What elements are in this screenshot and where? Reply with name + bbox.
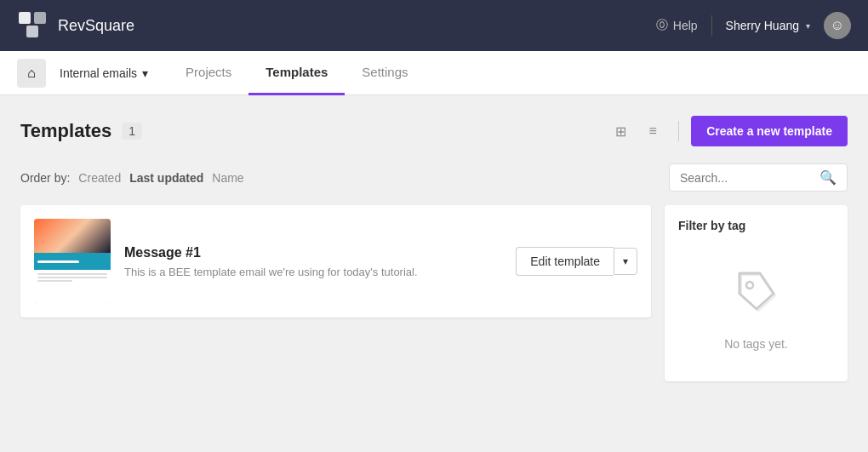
content-area: Message #1 This is a BEE template email … [20, 205, 848, 381]
no-tags-label: No tags yet. [724, 337, 788, 351]
search-icon: 🔍 [819, 169, 837, 186]
order-row: Order by: Created Last updated Name 🔍 [20, 163, 848, 192]
thumb-line-2 [37, 277, 107, 278]
grid-icon: ⊞ [615, 123, 626, 140]
thumb-mid-text [37, 260, 79, 263]
avatar[interactable]: ☺ [824, 12, 851, 39]
svg-rect-1 [34, 12, 46, 24]
svg-rect-2 [26, 26, 38, 37]
subnav-links: Projects Templates Settings [168, 51, 425, 95]
table-row: Message #1 This is a BEE template email … [20, 205, 651, 318]
tab-settings[interactable]: Settings [345, 51, 425, 95]
page-title: Templates [20, 120, 111, 142]
template-actions: Edit template ▾ [516, 247, 637, 276]
avatar-symbol: ☺ [831, 18, 844, 33]
thumb-line-3 [37, 280, 72, 282]
templates-count-badge: 1 [122, 123, 142, 140]
svg-point-3 [746, 282, 753, 289]
order-left: Order by: Created Last updated Name [20, 171, 244, 185]
topnav: RevSquare ⓪ Help Sherry Huang ▾ ☺ [0, 0, 868, 51]
thumb-image-top [34, 219, 111, 253]
nav-divider [711, 15, 712, 36]
template-name: Message #1 [124, 245, 502, 260]
svg-rect-0 [19, 12, 31, 24]
search-box: 🔍 [669, 163, 848, 192]
edit-template-button[interactable]: Edit template [516, 247, 614, 276]
workspace-name: Internal emails [60, 66, 137, 80]
template-info: Message #1 This is a BEE template email … [124, 245, 502, 278]
page-title-area: Templates 1 [20, 120, 142, 142]
main-content: Templates 1 ⊞ ≡ Create a new template Or… [0, 95, 868, 381]
subnav: ⌂ Internal emails ▾ Projects Templates S… [0, 51, 868, 95]
app-logo[interactable] [17, 10, 48, 41]
view-toggle: ⊞ ≡ [607, 117, 666, 145]
chevron-down-icon: ▾ [623, 255, 628, 267]
header-divider [678, 121, 679, 141]
help-label: Help [673, 19, 698, 32]
template-thumbnail [34, 219, 111, 304]
page-header: Templates 1 ⊞ ≡ Create a new template [20, 116, 848, 146]
home-button[interactable]: ⌂ [17, 59, 46, 88]
order-label: Order by: [20, 171, 70, 185]
templates-list: Message #1 This is a BEE template email … [20, 205, 651, 381]
order-name[interactable]: Name [212, 171, 243, 185]
chevron-down-icon: ▾ [806, 21, 810, 31]
help-button[interactable]: ⓪ Help [656, 18, 698, 33]
workspace-selector[interactable]: Internal emails ▾ [60, 66, 148, 80]
filter-title: Filter by tag [678, 219, 834, 232]
home-icon: ⌂ [27, 66, 36, 81]
list-view-button[interactable]: ≡ [639, 117, 666, 145]
topnav-left: RevSquare [17, 10, 134, 41]
template-dropdown-button[interactable]: ▾ [614, 248, 637, 275]
filter-by-tag-panel: Filter by tag No tags yet. [665, 205, 848, 381]
thumb-image-mid [34, 253, 111, 270]
topnav-right: ⓪ Help Sherry Huang ▾ ☺ [656, 12, 851, 39]
user-name: Sherry Huang [726, 19, 799, 32]
no-tags-area: No tags yet. [678, 246, 834, 368]
create-template-button[interactable]: Create a new template [691, 116, 848, 146]
tab-projects[interactable]: Projects [168, 51, 248, 95]
order-last-updated[interactable]: Last updated [129, 171, 203, 185]
grid-view-button[interactable]: ⊞ [607, 117, 634, 145]
sidebar: Filter by tag No tags yet. [665, 205, 848, 381]
search-input[interactable] [680, 171, 813, 185]
workspace-chevron-icon: ▾ [142, 66, 148, 80]
order-created[interactable]: Created [78, 171, 121, 185]
tab-templates[interactable]: Templates [248, 51, 345, 95]
help-circle-icon: ⓪ [656, 18, 668, 33]
list-icon: ≡ [648, 123, 656, 139]
thumb-image-bot [34, 270, 111, 304]
user-menu[interactable]: Sherry Huang ▾ [726, 19, 810, 32]
app-name: RevSquare [58, 17, 134, 35]
tag-icon [729, 263, 784, 327]
thumb-line-1 [37, 273, 107, 275]
template-description: This is a BEE template email we're using… [124, 266, 502, 278]
header-actions: ⊞ ≡ Create a new template [607, 116, 848, 146]
